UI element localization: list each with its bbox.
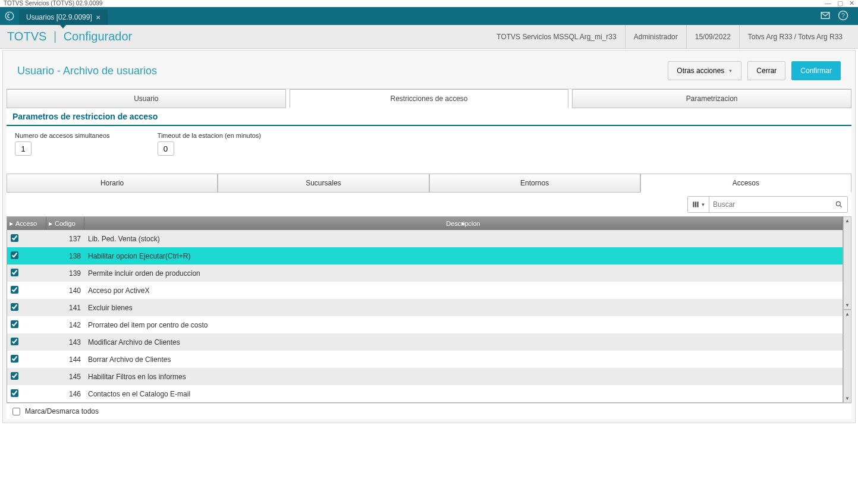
- svg-rect-4: [694, 201, 696, 207]
- timeout-input[interactable]: [158, 141, 174, 156]
- help-icon[interactable]: ?: [838, 10, 848, 23]
- svg-point-6: [836, 201, 840, 206]
- row-code: 137: [46, 235, 84, 243]
- row-checkbox[interactable]: [11, 269, 18, 276]
- status-user: Administrador: [625, 25, 686, 49]
- accesos-input[interactable]: [15, 141, 32, 156]
- top-tabs: Usuario Restricciones de acceso Parametr…: [7, 89, 851, 108]
- svg-rect-3: [693, 201, 694, 207]
- content-container: Usuario - Archivo de usuarios Otras acci…: [2, 50, 856, 423]
- row-checkbox[interactable]: [11, 389, 18, 397]
- tab-horario[interactable]: Horario: [7, 174, 218, 193]
- table-row[interactable]: 145Habilitar Filtros en los informes: [7, 368, 843, 385]
- row-checkbox[interactable]: [11, 251, 18, 259]
- row-checkbox[interactable]: [11, 234, 18, 242]
- search-button[interactable]: [831, 200, 847, 209]
- app-tab-label: Usuarios [02.9.0099]: [26, 13, 92, 21]
- outer-scrollbar[interactable]: ▲ ▼: [843, 216, 851, 310]
- row-code: 140: [46, 286, 84, 295]
- row-code: 142: [46, 321, 84, 329]
- brand-right: Configurador: [64, 30, 133, 43]
- window-maximize-icon[interactable]: ▢: [837, 0, 843, 7]
- row-checkbox[interactable]: [11, 303, 18, 311]
- sub-tabs: Horario Sucursales Entornos Accesos: [7, 174, 851, 193]
- grid-header-acceso[interactable]: ▶ Acceso: [7, 217, 46, 230]
- row-description: Habilitar Filtros en los informes: [84, 373, 843, 381]
- app-header: Usuarios [02.9.0099] ✕ ?: [0, 7, 858, 25]
- svg-line-7: [840, 206, 842, 207]
- svg-text:?: ?: [841, 11, 845, 18]
- brand-breadcrumb: TOTVS | Configurador: [7, 30, 132, 43]
- table-row[interactable]: 146Contactos en el Catalogo E-mail: [7, 385, 843, 402]
- row-code: 143: [46, 338, 84, 346]
- confirm-button[interactable]: Confirmar: [791, 61, 841, 80]
- row-description: Acceso por ActiveX: [84, 286, 843, 295]
- scroll-up-icon[interactable]: ▲: [845, 311, 850, 317]
- row-checkbox[interactable]: [11, 372, 18, 380]
- grid-wrap: ▶ Acceso ▶ Codigo ▶ Descripcion 137Lib. …: [7, 216, 851, 403]
- row-description: Prorrateo del item por centro de costo: [84, 321, 843, 329]
- tab-accesos[interactable]: Accesos: [640, 174, 851, 193]
- tab-usuario[interactable]: Usuario: [7, 89, 286, 108]
- grid-header: ▶ Acceso ▶ Codigo ▶ Descripcion: [7, 217, 843, 230]
- tab-entornos[interactable]: Entornos: [429, 174, 640, 193]
- brand-separator: |: [50, 30, 60, 43]
- accesos-label: Numero de accesos simultaneos: [15, 132, 110, 139]
- row-description: Modificar Archivo de Clientes: [84, 338, 843, 346]
- table-row[interactable]: 142Prorrateo del item por centro de cost…: [7, 316, 843, 333]
- row-checkbox[interactable]: [11, 286, 18, 294]
- other-actions-label: Otras acciones: [677, 67, 724, 75]
- home-circle-button[interactable]: [2, 9, 17, 23]
- grid-body: 137Lib. Ped. Venta (stock)138Habilitar o…: [7, 230, 843, 402]
- columns-picker-button[interactable]: ▼: [688, 197, 709, 212]
- row-code: 139: [46, 269, 84, 278]
- chevron-down-icon: ▼: [728, 68, 733, 74]
- row-checkbox[interactable]: [11, 338, 18, 345]
- other-actions-button[interactable]: Otras acciones ▼: [668, 61, 741, 80]
- table-row[interactable]: 138Habilitar opcion Ejecutar(Ctrl+R): [7, 247, 843, 264]
- svg-rect-5: [697, 201, 698, 207]
- table-row[interactable]: 143Modificar Archivo de Clientes: [7, 333, 843, 351]
- close-button[interactable]: Cerrar: [747, 61, 785, 80]
- tab-sucursales[interactable]: Sucursales: [218, 174, 429, 193]
- row-checkbox[interactable]: [11, 355, 18, 363]
- search-input[interactable]: [709, 200, 831, 209]
- row-description: Lib. Ped. Venta (stock): [84, 235, 843, 243]
- os-window-title-bar: TOTVS Servicios (TOTVS) 02.9.0099 — ▢ ✕: [0, 0, 858, 7]
- scroll-down-icon[interactable]: ▼: [845, 396, 850, 401]
- app-tab-usuarios[interactable]: Usuarios [02.9.0099] ✕: [19, 10, 108, 25]
- sort-arrow-icon: ▶: [49, 221, 52, 226]
- grid-header-codigo[interactable]: ▶ Codigo: [46, 217, 84, 230]
- window-minimize-icon[interactable]: —: [825, 0, 831, 7]
- row-code: 138: [46, 252, 84, 260]
- timeout-label: Timeout de la estacion (en minutos): [158, 132, 261, 139]
- grid-header-descripcion[interactable]: ▶ Descripcion: [84, 217, 843, 230]
- breadcrumb-bar: TOTVS | Configurador TOTVS Servicios MSS…: [0, 25, 858, 49]
- mark-all-label: Marca/Desmarca todos: [25, 407, 99, 415]
- scroll-up-icon[interactable]: ▲: [845, 218, 850, 223]
- tab-restricciones[interactable]: Restricciones de acceso: [290, 89, 569, 108]
- os-window-title: TOTVS Servicios (TOTVS) 02.9.0099: [4, 0, 102, 7]
- row-code: 145: [46, 373, 84, 381]
- table-row[interactable]: 140Acceso por ActiveX: [7, 282, 843, 299]
- section-header: Parametros de restriccion de acceso: [7, 108, 851, 126]
- close-tab-icon[interactable]: ✕: [96, 14, 100, 21]
- table-row[interactable]: 139Permite incluir orden de produccion: [7, 264, 843, 282]
- window-close-icon[interactable]: ✕: [849, 0, 854, 7]
- inner-scrollbar[interactable]: ▲ ▼: [843, 310, 851, 403]
- table-row[interactable]: 141Excluir bienes: [7, 299, 843, 316]
- mail-icon[interactable]: [820, 10, 831, 23]
- status-env: TOTVS Servicios MSSQL Arg_mi_r33: [488, 25, 624, 49]
- tab-parametrizacion[interactable]: Parametrizacion: [572, 89, 851, 108]
- row-checkbox[interactable]: [11, 320, 18, 328]
- page-title-row: Usuario - Archivo de usuarios Otras acci…: [7, 53, 851, 89]
- grid-header-codigo-label: Codigo: [55, 220, 76, 227]
- mark-all-checkbox[interactable]: [12, 408, 20, 415]
- scroll-down-icon[interactable]: ▼: [845, 303, 850, 308]
- params-row: Numero de accesos simultaneos Timeout de…: [7, 126, 851, 174]
- status-instance: Totvs Arg R33 / Totvs Arg R33: [739, 25, 851, 49]
- table-row[interactable]: 144Borrar Archivo de Clientes: [7, 351, 843, 368]
- row-code: 144: [46, 355, 84, 364]
- grid-header-acceso-label: Acceso: [15, 220, 37, 227]
- table-row[interactable]: 137Lib. Ped. Venta (stock): [7, 230, 843, 247]
